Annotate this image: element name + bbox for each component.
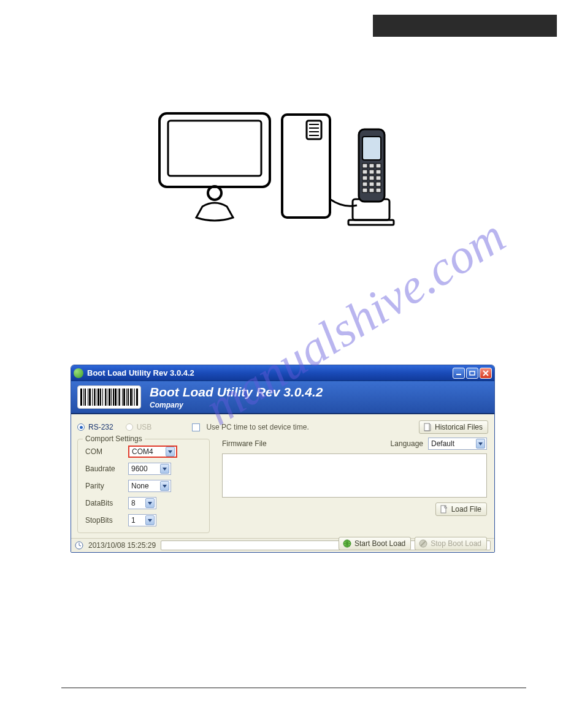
window-title: Boot Load Utility Rev 3.0.4.2: [87, 368, 453, 377]
svg-rect-14: [369, 164, 374, 168]
page-rule: [61, 688, 526, 688]
svg-rect-32: [424, 423, 429, 431]
svg-rect-23: [369, 182, 374, 186]
svg-rect-4: [307, 121, 321, 139]
chevron-down-icon: [166, 447, 175, 457]
stopbits-value: 1: [131, 516, 136, 525]
radio-rs232[interactable]: [77, 423, 85, 431]
svg-rect-21: [376, 176, 381, 180]
historical-files-label: Historical Files: [435, 423, 483, 431]
titlebar[interactable]: Boot Load Utility Rev 3.0.4.2: [71, 365, 494, 381]
equipment-illustration: [147, 107, 417, 236]
baudrate-select[interactable]: 9600: [128, 463, 171, 475]
parity-label: Parity: [85, 482, 123, 490]
language-label: Language: [391, 439, 423, 448]
language-value: Default: [431, 439, 454, 448]
com-value: COM4: [132, 447, 153, 456]
chevron-down-icon: [145, 498, 155, 508]
historical-files-button[interactable]: Historical Files: [419, 420, 488, 434]
app-icon: [74, 368, 83, 378]
load-file-button[interactable]: Load File: [435, 502, 487, 516]
radio-usb[interactable]: [126, 423, 133, 431]
file-icon: [440, 505, 448, 514]
file-icon: [423, 423, 432, 431]
svg-point-2: [208, 186, 221, 200]
firmware-file-textarea[interactable]: [222, 453, 487, 498]
use-pc-time-checkbox[interactable]: [192, 423, 200, 431]
start-boot-load-label: Start Boot Load: [354, 539, 405, 548]
svg-rect-27: [376, 188, 381, 192]
radio-usb-label: USB: [137, 423, 152, 431]
baudrate-label: Baudrate: [85, 464, 123, 473]
stopbits-label: StopBits: [85, 516, 123, 525]
svg-rect-12: [362, 137, 381, 160]
language-select[interactable]: Default: [428, 438, 487, 450]
stop-boot-load-label: Stop Boot Load: [431, 539, 481, 548]
databits-value: 8: [131, 499, 136, 507]
svg-rect-22: [362, 182, 367, 186]
com-label: COM: [85, 447, 123, 456]
svg-rect-20: [369, 176, 374, 180]
page-header-bar: [373, 15, 557, 37]
load-file-label: Load File: [451, 505, 481, 514]
globe-icon: [343, 539, 351, 548]
svg-rect-15: [376, 164, 381, 168]
parity-select[interactable]: None: [128, 480, 171, 492]
clock-icon: [75, 541, 83, 550]
use-pc-time-label: Use PC time to set device time.: [206, 423, 308, 431]
databits-label: DataBits: [85, 499, 123, 507]
svg-rect-25: [362, 188, 367, 192]
svg-rect-13: [362, 164, 367, 168]
svg-rect-17: [369, 170, 374, 174]
svg-rect-29: [470, 371, 475, 375]
chevron-down-icon: [160, 464, 169, 474]
databits-select[interactable]: 8: [128, 497, 156, 509]
svg-rect-1: [168, 121, 261, 176]
stop-icon: [419, 539, 427, 548]
svg-rect-10: [348, 220, 394, 225]
chevron-down-icon: [476, 439, 485, 449]
banner-title: Boot Load Utility Rev 3.0.4.2: [150, 385, 323, 400]
svg-rect-19: [362, 176, 367, 180]
start-boot-load-button[interactable]: Start Boot Load: [339, 537, 411, 550]
banner: Boot Load Utility Rev 3.0.4.2 Company: [71, 381, 494, 414]
svg-rect-18: [376, 170, 381, 174]
banner-subtitle: Company: [150, 401, 323, 409]
close-button[interactable]: [480, 368, 492, 379]
stopbits-select[interactable]: 1: [128, 514, 156, 526]
status-time: 2013/10/08 15:25:29: [88, 541, 156, 550]
parity-value: None: [131, 482, 149, 490]
chevron-down-icon: [160, 481, 169, 491]
app-window: Boot Load Utility Rev 3.0.4.2: [71, 365, 495, 553]
svg-rect-16: [362, 170, 367, 174]
comport-settings-group: Comport Settings COM COM4 Baudrate 9600 …: [77, 439, 210, 533]
barcode-icon: [77, 385, 141, 409]
chevron-down-icon: [145, 515, 155, 525]
stop-boot-load-button[interactable]: Stop Boot Load: [415, 537, 487, 550]
svg-rect-24: [376, 182, 381, 186]
firmware-file-label: Firmware File: [222, 439, 267, 448]
minimize-button[interactable]: [453, 368, 465, 379]
com-select[interactable]: COM4: [128, 446, 177, 458]
baudrate-value: 9600: [131, 464, 148, 473]
svg-rect-26: [369, 188, 374, 192]
comport-legend: Comport Settings: [83, 434, 145, 443]
maximize-button[interactable]: [466, 368, 478, 379]
radio-rs232-label: RS-232: [88, 423, 113, 431]
